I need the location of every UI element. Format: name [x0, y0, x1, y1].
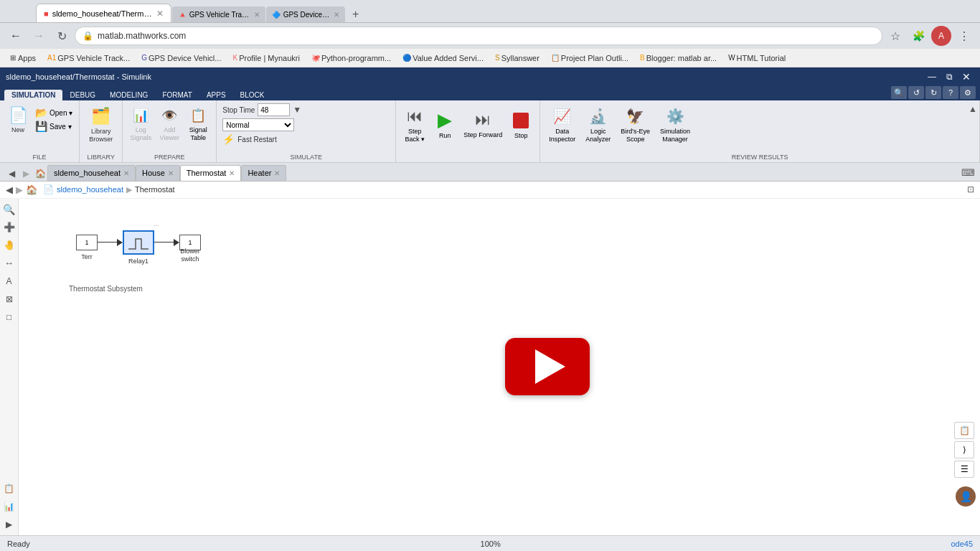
sim-manager-btn[interactable]: ⚙️ SimulationManager: [656, 103, 694, 145]
tab-format[interactable]: FORMAT: [155, 90, 199, 100]
collapse-ribbon-btn[interactable]: ▲: [967, 103, 979, 115]
library-browser-btn[interactable]: 🗂️ LibraryBrowser: [84, 103, 118, 145]
new-tab-btn[interactable]: +: [346, 6, 366, 22]
tab3-close[interactable]: ✕: [334, 11, 339, 19]
tab-close-icon[interactable]: ✕: [156, 9, 164, 19]
nav-refresh-btn[interactable]: ↻: [52, 26, 72, 46]
expand-sidebar-btn[interactable]: ▶: [1, 517, 17, 532]
keyboard-btn[interactable]: ⌨: [960, 165, 976, 181]
nav-forward-btn[interactable]: →: [29, 26, 49, 46]
expand-arrow[interactable]: ▼: [293, 105, 301, 115]
tab-simulation[interactable]: SIMULATION: [4, 90, 62, 100]
log-signals-btn[interactable]: 📊 LogSignals: [127, 103, 154, 143]
logic-analyzer-btn[interactable]: 🔬 LogicAnalyzer: [581, 103, 615, 145]
bookmark-3[interactable]: K Profile | Mynaukri: [228, 52, 303, 64]
doc-tab-sldemo[interactable]: sldemo_househeat ✕: [47, 165, 136, 181]
bookmark-star[interactable]: ☆: [885, 26, 905, 46]
open-btn[interactable]: 📂 Open ▾: [33, 106, 75, 119]
right-panel-btn-2[interactable]: ⟩: [954, 441, 974, 458]
breadcrumb-model[interactable]: sldemo_househeat: [57, 185, 123, 194]
nav-back-doc-btn[interactable]: ◀: [4, 166, 19, 181]
breadcrumb-fwd-btn[interactable]: ▶: [16, 184, 23, 195]
close-window-btn[interactable]: ✕: [958, 70, 974, 83]
undo-btn[interactable]: ↺: [908, 86, 924, 99]
breadcrumb-home-btn[interactable]: 🏠: [26, 184, 37, 195]
comment-btn[interactable]: □: [1, 309, 17, 325]
tab-debug[interactable]: DEBUG: [62, 90, 103, 100]
browser-tab-inactive2[interactable]: 🔷 GPS Device Vehicl... ✕: [266, 6, 345, 22]
extensions-btn[interactable]: 🧩: [908, 26, 928, 46]
save-btn[interactable]: 💾 Save ▾: [33, 120, 75, 133]
address-bar[interactable]: 🔒 matlab.mathworks.com: [75, 27, 882, 45]
run-btn[interactable]: ▶ Run: [430, 108, 459, 141]
bookmark-6[interactable]: S Syllanswer: [491, 52, 544, 64]
nav-back-btn[interactable]: ←: [6, 26, 26, 46]
bookmark-5[interactable]: 🔵 Value Added Servi...: [398, 52, 488, 64]
logic-analyzer-icon: 🔬: [587, 105, 610, 128]
new-btn[interactable]: 📄 New: [4, 103, 32, 135]
apps-bookmark[interactable]: ⊞ Apps: [6, 52, 40, 64]
zoom-out-btn[interactable]: ➕: [1, 220, 17, 235]
zoom-in-btn[interactable]: 🔍: [1, 202, 17, 217]
tab-apps[interactable]: APPS: [199, 90, 233, 100]
ribbon-help-btn[interactable]: ?: [943, 86, 958, 99]
nav-fwd-doc-btn[interactable]: ▶: [19, 166, 33, 181]
step-back-btn[interactable]: ⏮ StepBack ▾: [400, 103, 429, 145]
right-panel-btn-3[interactable]: ☰: [954, 461, 974, 478]
run-label: Run: [439, 132, 451, 139]
annotation-btn[interactable]: A: [1, 273, 17, 289]
relay-block[interactable]: Relay1: [123, 230, 154, 255]
right-panel-btn-1[interactable]: 📋: [954, 422, 974, 439]
youtube-overlay[interactable]: [505, 338, 590, 395]
tab-modeling[interactable]: MODELING: [103, 90, 155, 100]
doc-tab-sldemo-close[interactable]: ✕: [123, 169, 129, 177]
doc-tab-house-close[interactable]: ✕: [168, 169, 174, 177]
simulation-mode-select[interactable]: Normal Accelerator Rapid Accelerator: [222, 118, 294, 131]
add-viewer-btn[interactable]: 👁️ AddViewer: [156, 103, 183, 143]
stop-time-input[interactable]: [258, 103, 290, 116]
doc-tab-heater-close[interactable]: ✕: [274, 169, 280, 177]
doc-tab-thermostat-close[interactable]: ✕: [229, 169, 235, 177]
breadcrumb-back-btn[interactable]: ◀: [6, 184, 13, 195]
bookmark-2[interactable]: G GPS Device Vehicl...: [137, 52, 225, 64]
run-icon: ▶: [433, 109, 456, 132]
prepare-group-label: PREPARE: [123, 154, 216, 161]
blower-block[interactable]: 1 Blowerswitch: [179, 235, 201, 250]
search-ribbon-btn[interactable]: 🔍: [891, 86, 907, 99]
tab-block[interactable]: BLOCK: [233, 90, 272, 100]
browser-tab-inactive[interactable]: 🔺 GPS Vehicle Track... ✕: [172, 6, 265, 22]
fit-view-btn[interactable]: ⊡: [967, 184, 974, 194]
bookmark-9[interactable]: W HTML Tutorial: [724, 52, 790, 64]
menu-btn[interactable]: ⋮: [954, 26, 974, 46]
doc-tab-thermostat[interactable]: Thermostat ✕: [180, 165, 242, 181]
terr-block[interactable]: 1 Terr: [76, 235, 98, 250]
ribbon-settings-btn[interactable]: ⚙: [960, 86, 976, 99]
step-forward-btn[interactable]: ⏭ Step Forward: [461, 107, 505, 141]
signal-table-btn[interactable]: 📋 SignalTable: [184, 103, 212, 143]
doc-tab-house[interactable]: House ✕: [136, 165, 180, 181]
bookmark-8[interactable]: B Blogger: matlab ar...: [636, 52, 721, 64]
area-select-btn[interactable]: ⊠: [1, 291, 17, 307]
model-explorer-btn[interactable]: 📋: [1, 481, 17, 496]
data-inspector-btn[interactable]: 📈 DataInspector: [545, 103, 580, 145]
pan-tool-btn[interactable]: 🤚: [1, 237, 17, 253]
profile-btn[interactable]: A: [931, 26, 951, 46]
tab2-close[interactable]: ✕: [254, 11, 260, 19]
bookmark-7[interactable]: 📋 Project Plan Outli...: [547, 52, 633, 64]
minimize-btn[interactable]: —: [924, 70, 940, 83]
browser-tab-active[interactable]: ■ sldemo_househeat/Thermostat - Simulink…: [36, 4, 171, 22]
connect-btn[interactable]: ↔: [1, 255, 17, 271]
stop-btn[interactable]: Stop: [507, 108, 535, 141]
birds-eye-btn[interactable]: 🦅 Bird's-EyeScope: [616, 103, 654, 145]
step-forward-icon: ⏭: [471, 108, 494, 131]
home-doc-btn[interactable]: 🏠: [33, 166, 47, 181]
signal-hierarchy-btn[interactable]: 📊: [1, 499, 17, 514]
maximize-btn[interactable]: ⧉: [941, 70, 957, 83]
redo-btn[interactable]: ↻: [925, 86, 941, 99]
profile-avatar[interactable]: 👤: [956, 486, 976, 507]
simulink-window: sldemo_househeat/Thermostat - Simulink —…: [0, 67, 980, 551]
doc-tab-heater[interactable]: Heater ✕: [241, 165, 286, 181]
bookmark-1[interactable]: A1 GPS Vehicle Track...: [43, 52, 134, 64]
bookmark-4[interactable]: 🐙 Python-programm...: [307, 52, 395, 64]
canvas[interactable]: ... 1 Terr: [19, 199, 980, 535]
